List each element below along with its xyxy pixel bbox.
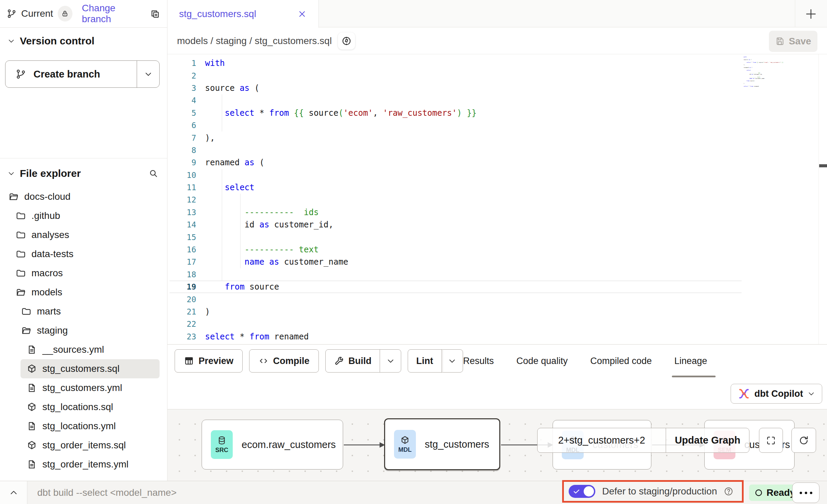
tab-lineage[interactable]: Lineage	[674, 356, 707, 366]
build-label: Build	[349, 356, 372, 366]
scrollbar-thumb[interactable]	[819, 164, 827, 167]
lineage-selector-input[interactable]: 2+stg_customers+2	[538, 428, 666, 452]
line-number: 12	[167, 195, 205, 204]
new-tab-button[interactable]	[803, 6, 819, 22]
dot	[800, 492, 802, 494]
compile-button[interactable]: Compile	[249, 349, 319, 373]
file-row-docs-cloud[interactable]: docs-cloud	[0, 187, 167, 206]
breadcrumb-bar: models / staging / stg_customers.sql Sav…	[167, 28, 827, 54]
database-icon	[217, 436, 227, 445]
file-row-stg-customers-yml[interactable]: stg_customers.yml	[0, 378, 167, 397]
minimap[interactable]: withsource as ( select * from {{ source(…	[744, 56, 822, 94]
lineage-selector-overlay: 2+stg_customers+2 Update Graph	[537, 428, 749, 453]
source-badge: SRC	[211, 430, 233, 459]
node-label: stg_customers	[425, 439, 489, 450]
file-label: marts	[37, 306, 61, 317]
file-row-stg-locations-yml[interactable]: stg_locations.yml	[0, 417, 167, 436]
create-branch-dropdown[interactable]	[137, 61, 159, 87]
line-number: 9	[167, 158, 205, 167]
code-line-4: 4	[167, 94, 827, 107]
preview-button[interactable]: Preview	[175, 349, 243, 373]
defer-label: Defer to staging/production	[602, 486, 717, 497]
file-row-macros[interactable]: macros	[0, 264, 167, 283]
tab-results[interactable]: Results	[463, 356, 494, 366]
save-label: Save	[789, 36, 811, 47]
file-row-staging[interactable]: staging	[0, 321, 167, 340]
file-row-stg-locations-sql[interactable]: stg_locations.sql	[0, 397, 167, 417]
dot	[805, 492, 807, 494]
lineage-node-source[interactable]: SRC ecom.raw_customers	[202, 420, 343, 470]
code-editor[interactable]: 1with23source as (45 select * from {{ so…	[167, 54, 827, 344]
folder-open-icon	[21, 325, 31, 336]
dbt-copilot-button[interactable]: dbt Copilot	[731, 384, 822, 404]
file-label: docs-cloud	[24, 191, 70, 202]
file-row-analyses[interactable]: analyses	[0, 225, 167, 244]
scrollbar-track	[818, 54, 819, 344]
build-button-group[interactable]: Build	[325, 349, 402, 373]
line-number: 4	[167, 96, 205, 105]
collapse-panel-button[interactable]	[0, 481, 27, 504]
line-number: 22	[167, 320, 205, 328]
tab-code-quality[interactable]: Code quality	[516, 356, 568, 366]
toggle-knob	[584, 486, 594, 496]
build-button[interactable]: Build	[326, 350, 380, 372]
create-branch-main[interactable]: Create branch	[5, 61, 137, 87]
lint-button[interactable]: Lint	[408, 350, 441, 372]
chevron-up-icon	[9, 488, 18, 497]
build-dropdown[interactable]	[380, 350, 401, 372]
tabstrip-separator	[795, 0, 795, 27]
lint-button-group[interactable]: Lint	[408, 349, 463, 373]
close-icon[interactable]	[297, 9, 307, 19]
file-row-marts[interactable]: marts	[0, 302, 167, 321]
lint-dropdown[interactable]	[442, 350, 463, 372]
file-explorer-title: File explorer	[20, 168, 81, 179]
file-label: models	[31, 287, 62, 298]
update-graph-button[interactable]: Update Graph	[666, 428, 749, 452]
refresh-button[interactable]	[791, 428, 816, 453]
command-input[interactable]: dbt build --select <model_name>	[37, 481, 177, 504]
file-row--sources-yml[interactable]: __sources.yml	[0, 340, 167, 359]
folder-icon	[16, 230, 26, 240]
file-row-stg-order-items-sql[interactable]: stg_order_items.sql	[0, 436, 167, 455]
file-label: stg_locations.sql	[42, 402, 113, 412]
file-row--github[interactable]: .github	[0, 206, 167, 225]
file-label: data-tests	[31, 249, 73, 260]
breadcrumb: models / staging / stg_customers.sql	[177, 36, 332, 46]
file-row-data-tests[interactable]: data-tests	[0, 244, 167, 264]
chevron-down-icon	[387, 357, 395, 365]
file-explorer-header[interactable]: File explorer	[0, 166, 167, 181]
file-icon	[27, 345, 37, 355]
cube-icon	[400, 435, 410, 445]
file-label: stg_order_items.sql	[42, 440, 126, 451]
line-number: 2	[167, 71, 205, 80]
chevron-down-icon	[808, 390, 815, 397]
file-row-stg-customers-sql[interactable]: stg_customers.sql	[21, 359, 160, 378]
plus-icon	[804, 8, 817, 20]
lineage-canvas[interactable]: SRC ecom.raw_customers MDL stg_customers…	[167, 409, 827, 481]
file-label: stg_order_items.yml	[42, 459, 128, 470]
tab-compiled-code[interactable]: Compiled code	[590, 356, 652, 366]
help-icon[interactable]	[724, 487, 733, 496]
copy-icon[interactable]	[150, 9, 160, 19]
lineage-node-stg-customers[interactable]: MDL stg_customers	[384, 418, 500, 470]
code-line-2: 2	[167, 69, 827, 82]
save-button[interactable]: Save	[769, 31, 817, 52]
file-label: analyses	[31, 229, 69, 240]
create-branch-button[interactable]: Create branch	[5, 60, 160, 88]
tab-stg-customers-sql[interactable]: stg_customers.sql	[167, 0, 319, 28]
change-branch-link[interactable]: Change branch	[82, 3, 142, 25]
current-branch-label: Current	[21, 8, 53, 19]
fullscreen-button[interactable]	[759, 428, 783, 453]
version-control-header[interactable]: Version control	[0, 33, 167, 48]
file-row-stg-order-items-yml[interactable]: stg_order_items.yml	[0, 455, 167, 474]
folder-open-icon	[9, 192, 19, 202]
copilot-compass-button[interactable]	[338, 32, 355, 50]
line-number: 18	[167, 270, 205, 279]
file-row-models[interactable]: models	[0, 283, 167, 302]
defer-toggle[interactable]	[569, 485, 595, 498]
dot	[810, 492, 812, 494]
search-icon[interactable]	[149, 169, 158, 178]
badge-label: SRC	[215, 447, 228, 454]
more-options-button[interactable]	[792, 482, 819, 503]
line-number: 1	[167, 59, 205, 68]
